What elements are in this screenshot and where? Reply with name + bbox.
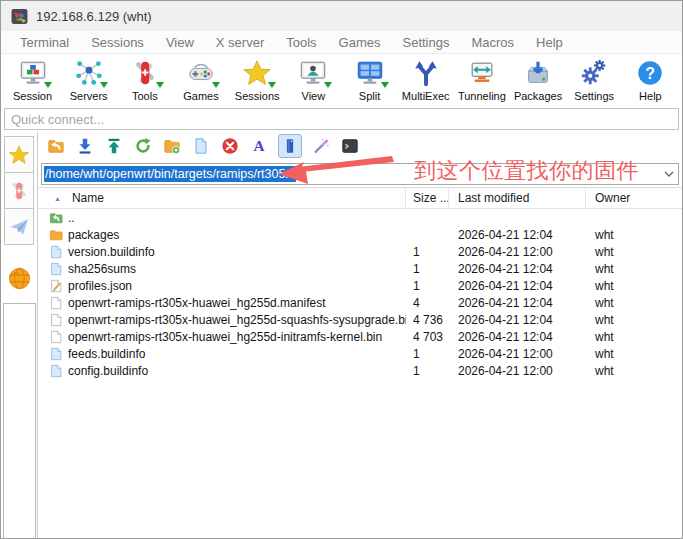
file-size: 1 — [406, 279, 449, 293]
star-icon — [8, 144, 30, 166]
dropdown-arrow-icon — [324, 82, 332, 88]
toolbar-servers-button[interactable]: Servers — [61, 56, 116, 106]
panel-toggle-icon — [281, 137, 299, 155]
folder-up-icon — [49, 211, 63, 225]
toggle-tree-view-button[interactable] — [278, 134, 302, 158]
sidebar-tab-sessions[interactable] — [4, 136, 34, 173]
table-row[interactable]: packages 2026-04-21 12:04 wht — [38, 226, 682, 243]
toolbar-games-button[interactable]: Games — [174, 56, 229, 106]
refresh-icon — [134, 137, 152, 155]
toolbar-session-button[interactable]: Session — [5, 56, 60, 106]
path-value[interactable]: /home/wht/openwrt/bin/targets/ramips/rt3… — [44, 166, 296, 182]
file-size: 1 — [406, 364, 449, 378]
menu-help[interactable]: Help — [525, 35, 574, 50]
delete-button[interactable] — [220, 136, 240, 156]
menu-terminal[interactable]: Terminal — [9, 35, 80, 50]
menu-settings[interactable]: Settings — [392, 35, 461, 50]
table-row[interactable]: version.buildinfo 1 2026-04-21 12:00 wht — [38, 243, 682, 260]
file-icon — [49, 245, 63, 259]
file-modified: 2026-04-21 12:04 — [449, 262, 586, 276]
file-icon — [49, 364, 63, 378]
window-title: 192.168.6.129 (wht) — [36, 9, 152, 24]
file-list-header: ▲ Name Size ... Last modified Owner — [38, 187, 682, 209]
toolbar-packages-button[interactable]: Packages — [511, 56, 566, 106]
terminal-button[interactable] — [340, 136, 360, 156]
toolbar-tools-button[interactable]: Tools — [117, 56, 172, 106]
new-file-icon — [192, 137, 210, 155]
upload-icon — [105, 137, 123, 155]
file-name: sha256sums — [68, 262, 136, 276]
file-edit-icon — [49, 279, 63, 293]
sort-ascending-icon: ▲ — [54, 195, 61, 202]
toolbar-view-button[interactable]: View — [286, 56, 341, 106]
column-header-modified[interactable]: Last modified — [449, 188, 586, 208]
terminal-icon — [341, 137, 359, 155]
path-combobox[interactable]: /home/wht/openwrt/bin/targets/ramips/rt3… — [41, 163, 679, 185]
column-header-size[interactable]: Size ... — [406, 188, 449, 208]
file-owner: wht — [586, 245, 682, 259]
table-row[interactable]: config.buildinfo 1 2026-04-21 12:00 wht — [38, 362, 682, 379]
dropdown-arrow-icon — [156, 82, 164, 88]
table-row[interactable]: .. — [38, 209, 682, 226]
sidebar-tab-tools[interactable] — [4, 172, 34, 209]
help-icon — [635, 58, 665, 88]
combo-dropdown-button[interactable] — [660, 171, 678, 177]
sftp-browser: /home/wht/openwrt/bin/targets/ramips/rt3… — [37, 132, 682, 539]
file-modified: 2026-04-21 12:04 — [449, 330, 586, 344]
table-row[interactable]: sha256sums 1 2026-04-21 12:04 wht — [38, 260, 682, 277]
menu-x-server[interactable]: X server — [205, 35, 275, 50]
toolbar-multiexec-button[interactable]: MultiExec — [398, 56, 453, 106]
menu-macros[interactable]: Macros — [460, 35, 525, 50]
file-name: openwrt-ramips-rt305x-huawei_hg255d-init… — [68, 330, 382, 344]
toolbar-help-button[interactable]: Help — [623, 56, 678, 106]
table-row[interactable]: openwrt-ramips-rt305x-huawei_hg255d-init… — [38, 328, 682, 345]
toolbar-tunneling-button[interactable]: Tunneling — [454, 56, 509, 106]
table-row[interactable]: openwrt-ramips-rt305x-huawei_hg255d-squa… — [38, 311, 682, 328]
tunneling-icon — [467, 58, 497, 88]
menu-view[interactable]: View — [155, 35, 205, 50]
dropdown-arrow-icon — [100, 82, 108, 88]
path-bar: /home/wht/openwrt/bin/targets/ramips/rt3… — [38, 160, 682, 187]
toolbar-settings-button[interactable]: Settings — [567, 56, 622, 106]
swiss-knife-icon — [8, 180, 30, 202]
dropdown-arrow-icon — [212, 82, 220, 88]
toolbar-sessions-button[interactable]: Sessions — [230, 56, 285, 106]
menu-games[interactable]: Games — [328, 35, 392, 50]
folder-icon — [49, 228, 63, 242]
file-name: packages — [68, 228, 119, 242]
magic-wand-button[interactable] — [311, 136, 331, 156]
menu-tools[interactable]: Tools — [275, 35, 327, 50]
table-row[interactable]: profiles.json 1 2026-04-21 12:04 wht — [38, 277, 682, 294]
file-modified: 2026-04-21 12:04 — [449, 313, 586, 327]
sidebar-panel — [3, 303, 36, 539]
refresh-button[interactable] — [133, 136, 153, 156]
file-name: .. — [68, 211, 75, 225]
new-folder-button[interactable] — [162, 136, 182, 156]
download-button[interactable] — [75, 136, 95, 156]
chevron-down-icon — [664, 171, 674, 177]
file-size: 1 — [406, 245, 449, 259]
table-row[interactable]: openwrt-ramips-rt305x-huawei_hg255d.mani… — [38, 294, 682, 311]
sidebar-tab-macros[interactable] — [4, 208, 34, 245]
file-owner: wht — [586, 330, 682, 344]
file-size: 1 — [406, 347, 449, 361]
menu-sessions[interactable]: Sessions — [80, 35, 155, 50]
app-window: 192.168.6.129 (wht) Terminal Sessions Vi… — [0, 0, 683, 539]
column-header-owner[interactable]: Owner — [586, 188, 682, 208]
column-header-name[interactable]: ▲ Name — [38, 188, 406, 208]
quick-connect-input[interactable] — [4, 108, 679, 130]
file-icon — [49, 262, 63, 276]
sidebar-sftp-indicator[interactable] — [6, 255, 33, 301]
paper-plane-icon — [8, 216, 30, 238]
file-icon — [49, 313, 63, 327]
upload-button[interactable] — [104, 136, 124, 156]
go-parent-folder-button[interactable] — [46, 136, 66, 156]
table-row[interactable]: feeds.buildinfo 1 2026-04-21 12:00 wht — [38, 345, 682, 362]
folder-up-icon — [47, 137, 65, 155]
toolbar-split-button[interactable]: Split — [342, 56, 397, 106]
rename-button[interactable] — [249, 136, 269, 156]
mobaxterm-logo-icon — [11, 8, 28, 25]
rename-a-icon — [250, 137, 268, 155]
new-file-button[interactable] — [191, 136, 211, 156]
file-name: openwrt-ramips-rt305x-huawei_hg255d-squa… — [68, 313, 406, 327]
